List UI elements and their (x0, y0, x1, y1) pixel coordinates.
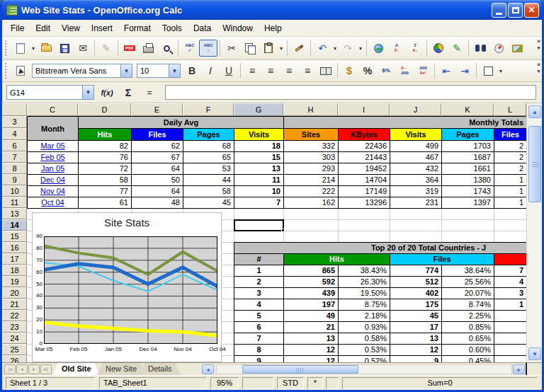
cell[interactable]: Nov 04 (28, 186, 79, 197)
cell[interactable]: 162 (284, 197, 339, 209)
row-header-25[interactable]: 25 (2, 344, 27, 355)
merge-cells-button[interactable] (317, 62, 335, 79)
cell[interactable]: 9 (234, 356, 284, 362)
format-currency-button[interactable]: $ (340, 62, 358, 79)
cell[interactable]: 432 (390, 163, 442, 175)
close-button[interactable]: ✕ (524, 3, 539, 18)
font-name-dropdown[interactable]: ▼ (120, 64, 132, 77)
cell[interactable]: 402 (390, 288, 442, 299)
cell[interactable]: 499 (390, 141, 442, 152)
function-wizard-button[interactable]: f(x) (98, 85, 115, 100)
horizontal-scroll-thumb[interactable] (242, 365, 358, 374)
styles-button[interactable] (11, 62, 30, 79)
navigator-button[interactable] (489, 40, 508, 57)
cell[interactable]: 774 (390, 265, 442, 277)
export-pdf-button[interactable]: PDF (120, 40, 139, 57)
cell[interactable] (494, 322, 527, 333)
cell[interactable]: 1 (494, 197, 527, 209)
status-zoom[interactable]: 95% (210, 377, 239, 389)
cell[interactable]: 65 (183, 152, 234, 163)
cell[interactable]: 1380 (442, 175, 494, 186)
cut-button[interactable]: ✂ (222, 40, 241, 57)
underline-button[interactable]: U (220, 62, 238, 79)
cell[interactable]: 1 (494, 186, 527, 197)
row-header-11[interactable]: 11 (2, 197, 27, 208)
column-header-cell[interactable]: Files (494, 129, 527, 141)
row-header-10[interactable]: 10 (2, 185, 27, 197)
borders-button[interactable] (479, 62, 497, 79)
format-paintbrush-button[interactable] (290, 40, 308, 57)
cell[interactable]: 1 (494, 299, 527, 311)
italic-button[interactable]: I (201, 62, 220, 79)
cell[interactable]: 77 (79, 186, 132, 197)
cell[interactable]: 332 (284, 141, 339, 152)
menu-view[interactable]: View (56, 21, 86, 35)
menu-insert[interactable]: Insert (86, 21, 118, 35)
cell[interactable]: 2.25% (442, 311, 494, 322)
row-header-7[interactable]: 7 (2, 151, 27, 163)
cell[interactable]: 1397 (442, 197, 494, 209)
toolbar-overflow-button[interactable]: »▾ (537, 38, 540, 51)
undo-dropdown[interactable]: ▾ (332, 45, 339, 52)
format-percent-button[interactable]: % (358, 62, 377, 79)
column-header-L[interactable]: L (494, 103, 526, 116)
redo-dropdown[interactable]: ▾ (357, 45, 364, 52)
kbytes-header-cell[interactable] (494, 254, 527, 265)
new-document-button[interactable] (11, 40, 30, 57)
column-header-J[interactable]: J (390, 103, 441, 116)
copy-button[interactable] (241, 40, 259, 57)
tab-new-site[interactable]: New Site (97, 363, 145, 375)
cell[interactable]: 22436 (339, 141, 390, 152)
row-header-9[interactable]: 9 (2, 174, 27, 185)
cell[interactable]: 1703 (442, 141, 494, 152)
files-header-cell[interactable]: Files (390, 254, 494, 265)
edit-file-button[interactable]: ✎ (97, 40, 115, 57)
column-header-C[interactable]: C (27, 103, 78, 116)
cell[interactable]: 44 (183, 175, 234, 186)
cell[interactable]: 364 (390, 175, 442, 186)
month-link[interactable]: Oct 04 (41, 198, 64, 207)
cell[interactable]: 50 (132, 175, 183, 186)
cell[interactable]: Mar 05 (28, 141, 79, 152)
name-box-dropdown[interactable]: ▼ (82, 86, 94, 99)
cell[interactable]: 214 (284, 175, 339, 186)
cell[interactable]: 439 (284, 288, 339, 299)
cell[interactable]: 6 (234, 322, 284, 333)
cell[interactable]: 20.07% (442, 288, 494, 299)
cell[interactable]: 67 (132, 152, 183, 163)
cell[interactable]: 14704 (339, 175, 390, 186)
tab-old-site[interactable]: Old Site (53, 363, 100, 375)
cell[interactable]: 7 (234, 333, 284, 345)
cell[interactable]: 45 (390, 311, 442, 322)
format-standard-button[interactable]: $% (377, 62, 395, 79)
first-sheet-button[interactable]: |◂ (4, 364, 16, 374)
active-cell-G14[interactable] (234, 219, 284, 231)
select-all-corner[interactable] (2, 103, 27, 116)
print-button[interactable] (139, 40, 157, 57)
cell[interactable]: 18 (234, 141, 284, 152)
cell[interactable]: 5 (234, 311, 284, 322)
cell[interactable]: 58 (79, 175, 132, 186)
row-header-24[interactable]: 24 (2, 333, 27, 344)
increase-indent-button[interactable]: ⇥ (455, 62, 474, 79)
row-header-13[interactable]: 13 (2, 208, 27, 219)
cell[interactable]: 197 (284, 299, 339, 311)
cell[interactable]: 9 (390, 356, 442, 362)
pane-divider[interactable] (526, 363, 527, 376)
cell[interactable]: 21443 (339, 152, 390, 163)
status-sum[interactable]: Sum=0 (342, 377, 538, 389)
month-link[interactable]: Nov 04 (40, 187, 65, 195)
fill-handle[interactable] (281, 229, 285, 232)
monthly-totals-header-cell[interactable]: Monthly Totals (284, 117, 527, 129)
toolbar-grip[interactable] (5, 63, 8, 79)
undo-button[interactable]: ↶ (313, 40, 332, 57)
cell[interactable]: Feb 05 (28, 152, 79, 163)
tab-details[interactable]: Details (140, 363, 181, 375)
sum-button[interactable]: Σ (120, 85, 137, 100)
row-header-20[interactable]: 20 (2, 287, 27, 299)
cell[interactable]: 10 (234, 186, 284, 197)
row-header-15[interactable]: 15 (2, 231, 27, 242)
month-link[interactable]: Dec 04 (40, 175, 65, 184)
save-button[interactable] (55, 40, 74, 57)
rank-header-cell[interactable]: # (234, 254, 284, 265)
